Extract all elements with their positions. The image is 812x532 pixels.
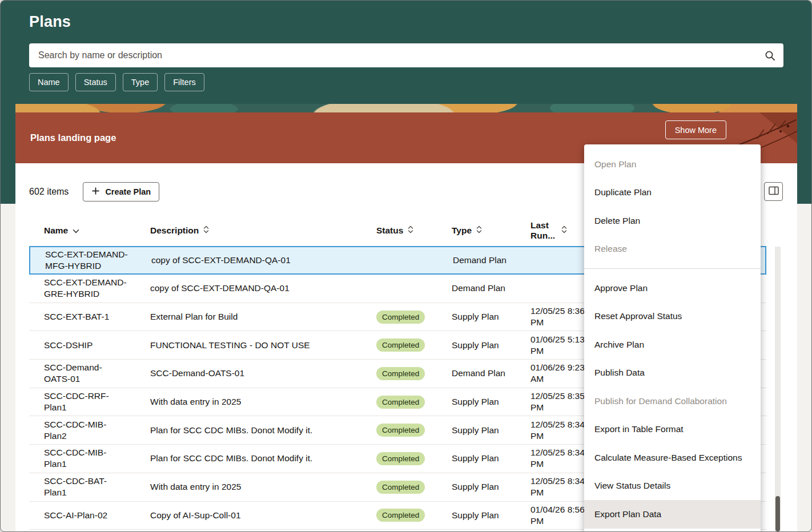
plan-name: SCC-EXT-DEMAND-GRE-HYBRID — [29, 277, 150, 300]
plan-description: With data entry in 2025 — [150, 396, 376, 408]
create-plan-label: Create Plan — [105, 187, 151, 196]
plan-last-run: 01/06/26 9:23 AM — [530, 362, 588, 385]
column-header-name[interactable]: Name — [29, 225, 150, 236]
plan-type: Supply Plan — [452, 311, 530, 323]
menu-item-export-plan-data[interactable]: Export Plan Data — [584, 500, 761, 529]
status-badge: Completed — [376, 481, 425, 494]
plan-last-run: 12/05/25 8:34 PM — [530, 419, 588, 442]
menu-item-delete-plan[interactable]: Delete Plan — [584, 207, 761, 235]
plan-description: Copy of AI-Sup-Coll-01 — [150, 510, 376, 521]
plan-description: Plan for SCC CDC MIBs. Donot Modify it. — [150, 425, 376, 436]
decorative-pattern-strip — [15, 104, 797, 112]
plan-description: Plan for SCC CDC MIBs. Donot Modify it. — [150, 453, 376, 464]
plan-last-run: 12/05/25 8:34 PM — [530, 475, 588, 498]
plan-status: Completed — [376, 338, 452, 352]
search-input[interactable] — [29, 50, 756, 61]
plan-type: Demand Plan — [452, 283, 530, 294]
plan-description: External Plan for Build — [150, 311, 376, 323]
scrollbar-thumb[interactable] — [775, 496, 780, 531]
sort-both-icon[interactable] — [476, 225, 482, 236]
plan-name: SCC-CDC-BAT-Plan1 — [29, 475, 150, 498]
plan-type: Demand Plan — [453, 255, 532, 266]
status-badge: Completed — [376, 367, 425, 380]
plan-name: SCC-EXT-DEMAND-MFG-HYBRID — [30, 249, 151, 272]
menu-item-archive-plan[interactable]: Archive Plan — [584, 331, 761, 359]
plan-description: With data entry in 2025 — [150, 481, 376, 493]
sort-both-icon[interactable] — [561, 225, 567, 236]
filter-chip-name[interactable]: Name — [29, 73, 69, 91]
status-badge: Completed — [376, 509, 425, 522]
plan-last-run: 01/06/25 5:13 PM — [530, 334, 588, 357]
sort-both-icon[interactable] — [408, 225, 413, 236]
plan-last-run: 12/05/25 8:36 PM — [530, 305, 588, 328]
plan-type: Supply Plan — [452, 453, 530, 464]
menu-item-publish-for-demand-collaboration: Publish for Demand Collaboration — [584, 387, 761, 416]
menu-item-reset-approval-status[interactable]: Reset Approval Status — [584, 303, 761, 331]
split-view-button[interactable] — [764, 182, 783, 201]
show-more-button[interactable]: Show More — [665, 120, 726, 139]
plan-type: Supply Plan — [452, 510, 530, 521]
menu-divider — [584, 268, 761, 269]
column-label: Status — [376, 225, 403, 236]
chevron-down-icon[interactable] — [73, 225, 79, 236]
split-panel-icon — [769, 186, 779, 197]
column-label: Last Run... — [530, 220, 557, 241]
sort-both-icon[interactable] — [203, 225, 209, 236]
column-label: Type — [452, 225, 472, 236]
create-plan-button[interactable]: Create Plan — [83, 182, 159, 201]
column-header-description[interactable]: Description — [150, 225, 376, 236]
status-badge: Completed — [376, 396, 425, 409]
menu-item-approve-plan[interactable]: Approve Plan — [584, 274, 761, 303]
status-badge: Completed — [376, 424, 425, 437]
search-icon[interactable] — [756, 43, 783, 67]
column-header-status[interactable]: Status — [376, 225, 452, 236]
plan-status: Completed — [376, 452, 452, 465]
plan-status: Completed — [376, 424, 452, 437]
plan-status: Completed — [376, 509, 452, 522]
plus-icon — [91, 187, 100, 197]
menu-item-publish-data[interactable]: Publish Data — [584, 359, 761, 388]
table-scrollbar[interactable] — [775, 247, 781, 532]
plan-description: FUNCTIONAL TESTING - DO NOT USE — [150, 340, 376, 351]
column-label: Name — [44, 225, 68, 236]
menu-item-view-status-details[interactable]: View Status Details — [584, 472, 761, 501]
plan-name: SCC-CDC-MIB-Plan2 — [29, 419, 150, 442]
menu-item-open-plan: Open Plan — [584, 150, 761, 179]
column-header-last-run[interactable]: Last Run... — [530, 220, 588, 241]
plan-name: SCC-CDC-MIB-Plan1 — [29, 447, 150, 470]
column-header-type[interactable]: Type — [452, 225, 530, 236]
menu-item-duplicate-plan[interactable]: Duplicate Plan — [584, 179, 761, 207]
filter-chip-status[interactable]: Status — [75, 73, 116, 91]
menu-item-export-in-table-format[interactable]: Export in Table Format — [584, 416, 761, 444]
plan-name: SCC-DSHIP — [29, 340, 150, 351]
plan-last-run: 12/05/25 8:35 PM — [530, 390, 588, 413]
filter-chips: NameStatusTypeFilters — [29, 73, 204, 91]
menu-item-release: Release — [584, 235, 761, 264]
status-badge: Completed — [376, 338, 425, 352]
banner-title: Plans landing page — [30, 132, 116, 143]
plan-status: Completed — [376, 311, 452, 324]
items-count: 602 items — [29, 187, 69, 197]
plan-type: Supply Plan — [452, 481, 530, 493]
plan-description: copy of SCC-EXT-DEMAND-QA-01 — [151, 255, 377, 266]
plan-description: copy of SCC-EXT-DEMAND-QA-01 — [150, 283, 376, 294]
plan-name: SCC-EXT-BAT-1 — [29, 311, 150, 323]
plan-last-run: 01/04/26 8:56 PM — [530, 504, 588, 527]
plan-type: Demand Plan — [452, 368, 530, 379]
plan-status: Completed — [376, 481, 452, 494]
filter-chip-filters[interactable]: Filters — [164, 73, 204, 91]
menu-item-calculate-measure-based-exceptions[interactable]: Calculate Measure-Based Exceptions — [584, 444, 761, 472]
plan-name: SCC-Demand-OATS-01 — [29, 362, 150, 385]
filter-chip-type[interactable]: Type — [123, 73, 158, 91]
plan-type: Supply Plan — [452, 396, 530, 408]
plan-name: SCC-AI-Plan-02 — [29, 510, 150, 521]
plans-page: Plans NameStatusTypeFilters Plans landin… — [0, 0, 812, 532]
search-bar — [29, 43, 783, 67]
plan-name: SCC-CDC-RRF-Plan1 — [29, 390, 150, 413]
plan-description: SCC-Demand-OATS-01 — [150, 368, 376, 379]
plan-type: Supply Plan — [452, 425, 530, 436]
plan-status: Completed — [376, 367, 452, 380]
status-badge: Completed — [376, 311, 425, 324]
context-menu: Open PlanDuplicate PlanDelete PlanReleas… — [584, 144, 761, 532]
plan-status: Completed — [376, 396, 452, 409]
